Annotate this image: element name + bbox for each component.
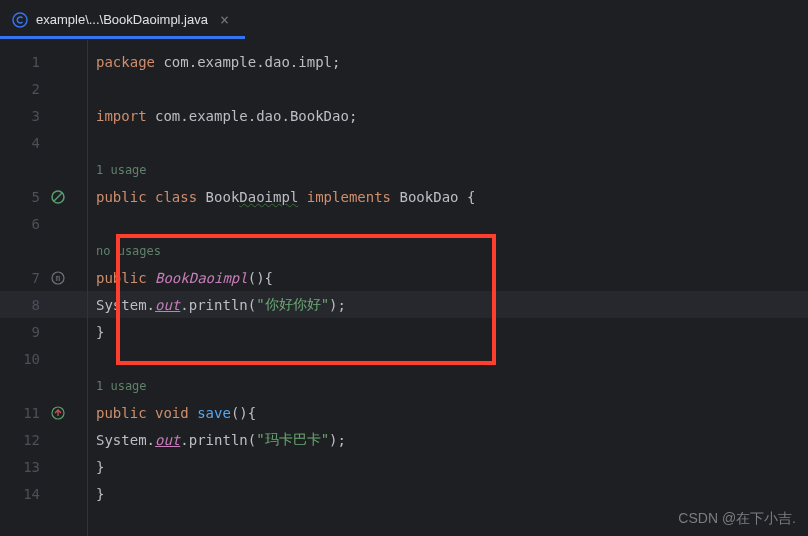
code-line: package com.example.dao.impl; xyxy=(88,48,808,75)
code-line: System.out.println("玛卡巴卡"); xyxy=(88,426,808,453)
line-number: 9 xyxy=(0,324,40,340)
line-number: 8 xyxy=(0,297,40,313)
java-class-icon xyxy=(12,12,28,28)
line-number: 13 xyxy=(0,459,40,475)
svg-point-0 xyxy=(13,13,27,27)
code-line: import com.example.dao.BookDao; xyxy=(88,102,808,129)
override-icon[interactable] xyxy=(40,406,76,420)
code-line: } xyxy=(88,318,808,345)
never-used-icon[interactable] xyxy=(40,190,76,204)
code-line: public void save(){ xyxy=(88,399,808,426)
code-line xyxy=(88,75,808,102)
line-number: 14 xyxy=(0,486,40,502)
usage-hint: 1 usage xyxy=(88,372,808,399)
svg-text:m: m xyxy=(56,274,61,283)
line-number: 4 xyxy=(0,135,40,151)
file-tab[interactable]: example\...\BookDaoimpl.java × xyxy=(0,0,245,39)
line-number: 7 xyxy=(0,270,40,286)
watermark: CSDN @在下小吉. xyxy=(678,510,796,528)
line-number: 2 xyxy=(0,81,40,97)
line-number: 5 xyxy=(0,189,40,205)
line-number: 3 xyxy=(0,108,40,124)
code-line: public BookDaoimpl(){ xyxy=(88,264,808,291)
code-area[interactable]: package com.example.dao.impl; import com… xyxy=(88,40,808,536)
close-icon[interactable]: × xyxy=(216,11,233,29)
code-line: } xyxy=(88,453,808,480)
svg-line-2 xyxy=(54,193,62,201)
code-line: } xyxy=(88,480,808,507)
line-number: 1 xyxy=(0,54,40,70)
code-line xyxy=(88,345,808,372)
code-line xyxy=(88,210,808,237)
tab-bar: example\...\BookDaoimpl.java × xyxy=(0,0,808,40)
code-line: System.out.println("你好你好"); xyxy=(88,291,808,318)
code-line: public class BookDaoimpl implements Book… xyxy=(88,183,808,210)
usage-hint: 1 usage xyxy=(88,156,808,183)
code-line xyxy=(88,129,808,156)
line-number: 6 xyxy=(0,216,40,232)
tab-label: example\...\BookDaoimpl.java xyxy=(36,12,208,27)
line-number: 12 xyxy=(0,432,40,448)
editor: 1 2 3 4 5 6 7m 8 9 10 11 12 13 14 packag… xyxy=(0,40,808,536)
line-number: 11 xyxy=(0,405,40,421)
gutter: 1 2 3 4 5 6 7m 8 9 10 11 12 13 14 xyxy=(0,40,88,536)
usage-hint: no usages xyxy=(88,237,808,264)
recursive-icon[interactable]: m xyxy=(40,271,76,285)
line-number: 10 xyxy=(0,351,40,367)
